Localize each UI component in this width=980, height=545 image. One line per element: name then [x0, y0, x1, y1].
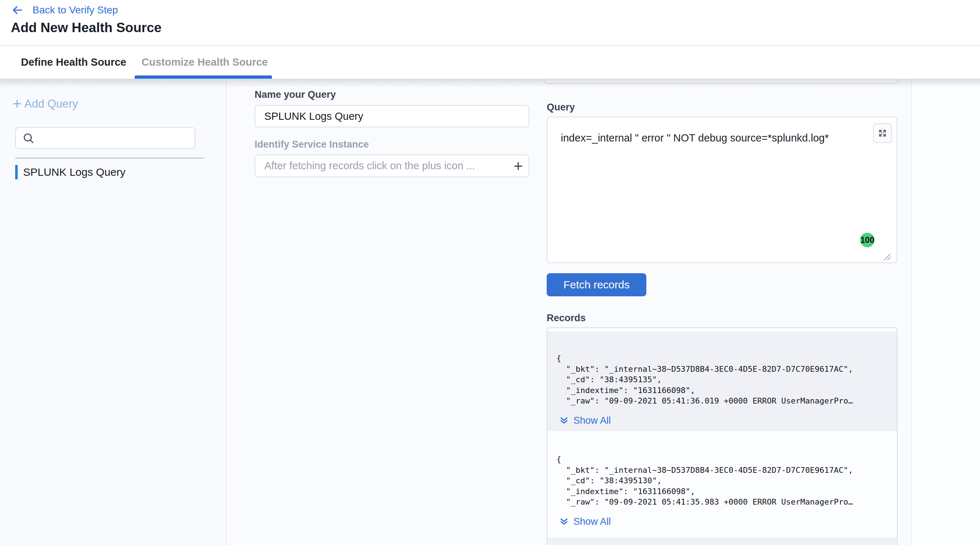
tab-customize-health-source[interactable]: Customize Health Source	[142, 46, 268, 79]
double-chevron-down-icon	[559, 416, 569, 425]
expand-icon	[877, 128, 888, 138]
sidebar-item-splunk-logs-query[interactable]: SPLUNK Logs Query	[15, 165, 125, 180]
identify-service-instance-label: Identify Service Instance	[255, 139, 369, 150]
name-your-query-label: Name your Query	[255, 89, 336, 100]
right-gutter	[913, 79, 980, 545]
sidebar-divider	[15, 158, 204, 159]
record-json-line: "_cd": "38:4395135",	[557, 374, 890, 385]
query-item-label: SPLUNK Logs Query	[23, 166, 125, 178]
record-json-line: "_indextime": "1631166098",	[557, 486, 890, 497]
add-query-button[interactable]: + Add Query	[13, 97, 78, 110]
record-json-line: {	[557, 454, 890, 465]
search-input[interactable]	[35, 128, 195, 148]
record-card: { "_bkt": "_internal~38~D537D8B4-3EC0-4D…	[547, 331, 897, 431]
page-title: Add New Health Source	[11, 20, 161, 35]
query-label: Query	[547, 102, 575, 113]
show-all-link[interactable]: Show All	[559, 415, 890, 426]
show-all-link[interactable]: Show All	[559, 516, 890, 527]
query-editor[interactable]: index=_internal " error " NOT debug sour…	[547, 117, 897, 263]
record-card	[547, 537, 897, 545]
query-name-input[interactable]	[255, 105, 529, 127]
expand-query-button[interactable]	[873, 124, 892, 143]
record-json-line: "_raw": "09-09-2021 05:41:35.983 +0000 E…	[557, 497, 890, 507]
back-arrow-icon	[11, 4, 24, 16]
service-instance-field: +	[255, 154, 529, 177]
record-json-line: "_bkt": "_internal~38~D537D8B4-3EC0-4D5E…	[557, 465, 890, 476]
add-health-source-page: Back to Verify Step Add New Health Sourc…	[0, 0, 980, 545]
record-json-line: "_bkt": "_internal~38~D537D8B4-3EC0-4D5E…	[557, 364, 890, 375]
selected-indicator-bar	[15, 165, 18, 180]
double-chevron-down-icon	[559, 517, 569, 526]
record-json-line: "_cd": "38:4395130",	[557, 475, 890, 486]
tab-bar: Define Health Source Customize Health So…	[0, 46, 980, 79]
show-all-label: Show All	[573, 516, 611, 527]
textarea-resize-grip[interactable]	[883, 252, 891, 261]
fetch-records-button[interactable]: Fetch records	[547, 273, 646, 296]
record-json-line: "_raw": "09-09-2021 05:41:36.019 +0000 E…	[557, 396, 890, 407]
query-text: index=_internal " error " NOT debug sour…	[561, 132, 829, 144]
show-all-label: Show All	[573, 415, 611, 426]
records-container: { "_bkt": "_internal~38~D537D8B4-3EC0-4D…	[547, 327, 898, 545]
page-header: Back to Verify Step Add New Health Sourc…	[0, 0, 980, 46]
record-card: { "_bkt": "_internal~38~D537D8B4-3EC0-4D…	[547, 431, 897, 537]
query-sidebar: + Add Query SPLUNK Logs Query	[0, 79, 227, 545]
plus-icon: +	[13, 99, 22, 110]
record-json-line: {	[557, 353, 890, 364]
back-to-verify-step-link[interactable]: Back to Verify Step	[11, 4, 118, 16]
add-service-instance-plus-icon[interactable]: +	[514, 155, 523, 176]
char-count-badge: 100	[860, 233, 875, 247]
back-link-label: Back to Verify Step	[32, 4, 118, 16]
record-json-line: "_indextime": "1631166098",	[557, 385, 890, 396]
search-icon	[22, 132, 35, 145]
service-instance-input[interactable]	[255, 154, 529, 177]
query-search-box	[15, 127, 195, 149]
tab-define-health-source[interactable]: Define Health Source	[21, 46, 126, 79]
records-label: Records	[547, 313, 586, 324]
add-query-label: Add Query	[25, 97, 78, 110]
active-tab-underline	[135, 75, 272, 79]
